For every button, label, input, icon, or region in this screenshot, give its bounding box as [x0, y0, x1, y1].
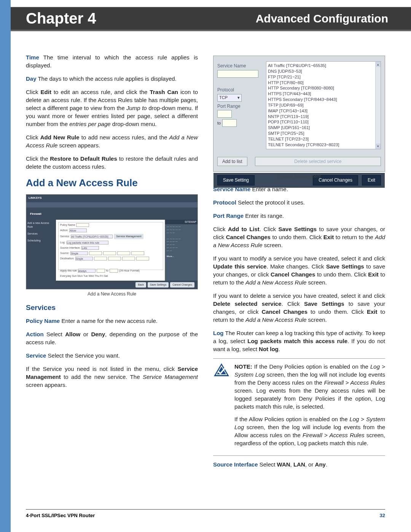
para-protocol: Protocol Select the protocol it uses.: [213, 198, 385, 206]
para-delete-service: If you want to delete a service you have…: [213, 292, 385, 324]
document-page: Chapter 4 Advanced Configuration Time Th…: [0, 0, 411, 532]
fig2-form: Service Name Protocol TCP▾ Port Range to: [217, 61, 263, 149]
fig2-label-port-range: Port Range: [217, 103, 263, 110]
note-box: NOTE: If the Deny Policies option is ena…: [213, 358, 385, 456]
fig2-service-item: TELNET [TCP/23~23]: [268, 136, 379, 142]
fig2-port-from-input: [217, 110, 232, 118]
fig2-service-list: All Traffic [TCP&UDP/1~65535]DNS [UDP/53…: [266, 61, 381, 149]
chapter-header: Chapter 4 Advanced Configuration: [11, 7, 411, 31]
fig1-tab-firewall: Firewall: [26, 208, 198, 220]
page-footer: 4-Port SSL/IPSec VPN Router 32: [26, 509, 385, 518]
fig2-protocol-select: TCP▾: [217, 94, 242, 102]
para-service: Service Select the Service you want.: [26, 351, 198, 359]
left-column: Time The time interval to which the acce…: [26, 53, 198, 505]
fig2-service-name-input: [217, 70, 258, 78]
fig2-service-item: NNTP [TCP/119~119]: [268, 114, 379, 120]
para-add-to-list: Click Add to List. Click Save Settings t…: [213, 225, 385, 249]
note-icon: [213, 363, 230, 452]
para-service-mgmt: If the Service you need is not listed in…: [26, 365, 198, 389]
fig2-label-protocol: Protocol: [217, 87, 263, 93]
chapter-title: Chapter 4: [26, 10, 96, 27]
para-restore: Click the Restore to Default Rules to re…: [26, 155, 198, 171]
note-text: NOTE: If the Deny Policies option is ena…: [234, 363, 385, 452]
para-log: Log The Router can keep a log tracking t…: [213, 329, 385, 353]
para-addnew: Click Add New Rule to add new access rul…: [26, 133, 198, 149]
scroll-up-icon: ▴: [375, 62, 381, 67]
fig2-service-item: HTTPS Secondary [TCP/8443~8443]: [268, 97, 379, 102]
fig2-port-to-input: [222, 119, 237, 127]
para-update-service: If you want to modify a service you have…: [213, 254, 385, 286]
label-day: Day: [26, 75, 37, 82]
fig1-sidebar: Add a new Access Rule Services Schedulin…: [26, 220, 56, 281]
fig2-service-item: HTTPS [TCP/443~443]: [268, 91, 379, 97]
fig2-service-item: POP3 [TCP/110~110]: [268, 119, 379, 125]
fig1-cancel-button: Cancel Changes: [170, 282, 194, 288]
fig2-save-button: Save Setting: [217, 175, 255, 185]
chapter-subtitle: Advanced Configuration: [256, 12, 388, 25]
footer-product: 4-Port SSL/IPSec VPN Router: [26, 513, 95, 518]
fig2-service-item: TELNET Secondary [TCP/8023~8023]: [268, 142, 379, 148]
fig2-add-to-list-button: Add to list: [217, 157, 247, 166]
fig1-back-button: Back: [135, 282, 146, 288]
fig2-service-item: TFTP [UDP/69~69]: [268, 102, 379, 108]
fig2-service-item: FTP [TCP/21~21]: [268, 74, 379, 80]
para-day: Day The days to which the access rule ap…: [26, 75, 198, 83]
figure-add-new-access-rule: LINKSYS Firewall Add a new Access Rule S…: [26, 194, 198, 289]
content-columns: Time The time interval to which the acce…: [26, 53, 385, 505]
fig2-service-item: HTTP [TCP/80~80]: [268, 80, 379, 86]
para-action: Action Select Allow or Deny, depending o…: [26, 330, 198, 346]
figure-service-management: Service Name Protocol TCP▾ Port Range to: [213, 56, 385, 172]
para-edit: Click Edit to edit an access rule, and c…: [26, 88, 198, 128]
fig1-sitemap-panel: SITEMAP — — — — —— — — — —— — —— — — — —…: [165, 220, 198, 281]
fig2-delete-service-button: Delete selected service: [255, 157, 381, 166]
fig2-service-item: SNMP [UDP/161~161]: [268, 125, 379, 131]
scroll-down-icon: ▾: [375, 144, 381, 149]
para-policy-name: Policy Name Enter a name for the new acc…: [26, 317, 198, 325]
left-stripe: [0, 0, 11, 532]
para-source-interface: Source Interface Select WAN, LAN, or Any…: [213, 460, 385, 468]
para-time: Time The time interval to which the acce…: [26, 53, 198, 69]
fig2-exit-button: Exit: [362, 175, 381, 185]
fig2-service-item: SMTP [TCP/25~25]: [268, 131, 379, 136]
footer-pagenum: 32: [380, 513, 385, 518]
heading-services: Services: [26, 303, 198, 313]
fig1-caption: Add a New Access Rule: [26, 291, 198, 297]
chevron-down-icon: ▾: [237, 95, 240, 101]
fig2-label-service-name: Service Name: [217, 63, 263, 69]
fig2-service-item: All Traffic [TCP&UDP/1~65535]: [268, 63, 379, 69]
fig1-form-panel: Policy Name Action:Allow Service:All Tra…: [58, 222, 163, 270]
fig2-service-item: IMAP [TCP/143~143]: [268, 108, 379, 114]
fig2-service-item: DNS [UDP/53~53]: [268, 69, 379, 74]
label-time: Time: [26, 54, 39, 61]
fig2-service-item: HTTP Secondary [TCP/8080~8080]: [268, 85, 379, 91]
heading-add-new-access-rule: Add a New Access Rule: [26, 176, 198, 190]
fig1-save-button: Save Settings: [148, 282, 169, 288]
right-column: Service Name Protocol TCP▾ Port Range to: [213, 53, 385, 505]
para-port-range: Port Range Enter its range.: [213, 212, 385, 220]
fig2-scrollbar: ▴ ▾: [375, 62, 381, 149]
fig1-brand: LINKSYS: [26, 195, 198, 202]
